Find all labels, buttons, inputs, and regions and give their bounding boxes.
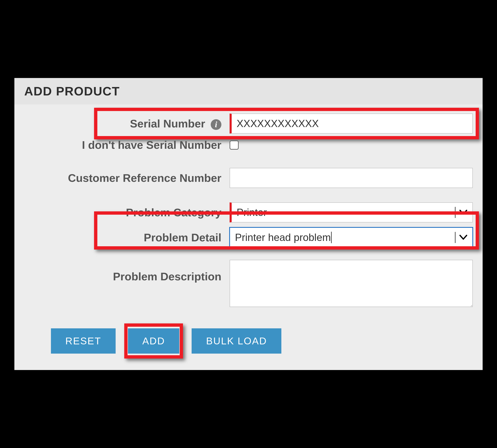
reset-button[interactable]: RESET [51, 328, 116, 353]
no-serial-label: I don't have Serial Number [24, 139, 221, 151]
add-button-wrap: ADD [128, 328, 179, 353]
no-serial-checkbox[interactable] [230, 141, 239, 150]
cust-ref-input[interactable] [230, 168, 473, 188]
problem-desc-col [230, 260, 473, 308]
cust-ref-label: Customer Reference Number [24, 172, 221, 184]
problem-category-row: Problem Category Printer [24, 202, 473, 223]
serial-number-row: Serial Number i [24, 113, 473, 134]
add-button[interactable]: ADD [128, 328, 179, 353]
info-icon[interactable]: i [211, 119, 221, 130]
problem-category-col: Printer [230, 202, 473, 223]
cust-ref-row: Customer Reference Number [24, 168, 473, 188]
problem-desc-row: Problem Description [24, 260, 473, 308]
outer-frame: ADD PRODUCT Serial Number i I don't have… [8, 72, 489, 376]
chevron-down-icon [455, 232, 467, 243]
button-bar: RESET ADD BULK LOAD [24, 328, 473, 353]
problem-desc-label: Problem Description [24, 260, 221, 283]
problem-detail-value: Printer head problem [235, 231, 455, 243]
problem-detail-row: Problem Detail Printer head problem [24, 227, 473, 247]
problem-category-label: Problem Category [24, 206, 221, 219]
problem-category-select[interactable]: Printer [230, 202, 473, 223]
problem-detail-col: Printer head problem [230, 227, 473, 247]
problem-category-value: Printer [237, 207, 455, 218]
problem-detail-text: Printer head problem [235, 232, 332, 243]
no-serial-row: I don't have Serial Number [24, 139, 473, 151]
serial-number-input[interactable] [230, 113, 473, 134]
problem-detail-label: Problem Detail [24, 231, 221, 244]
no-serial-col [230, 141, 473, 150]
cust-ref-col [230, 168, 473, 188]
problem-desc-textarea[interactable] [230, 260, 473, 307]
problem-group: Problem Category Printer Problem Detail [24, 202, 473, 247]
serial-number-label-text: Serial Number [130, 117, 205, 130]
serial-number-label: Serial Number i [24, 117, 221, 130]
panel-body: Serial Number i I don't have Serial Numb… [14, 104, 483, 370]
panel-title: ADD PRODUCT [14, 78, 483, 104]
chevron-down-icon [455, 207, 467, 218]
serial-number-input-col [230, 113, 473, 134]
bulk-load-button[interactable]: BULK LOAD [192, 328, 281, 353]
problem-detail-select[interactable]: Printer head problem [230, 227, 473, 247]
add-product-panel: ADD PRODUCT Serial Number i I don't have… [14, 78, 483, 370]
